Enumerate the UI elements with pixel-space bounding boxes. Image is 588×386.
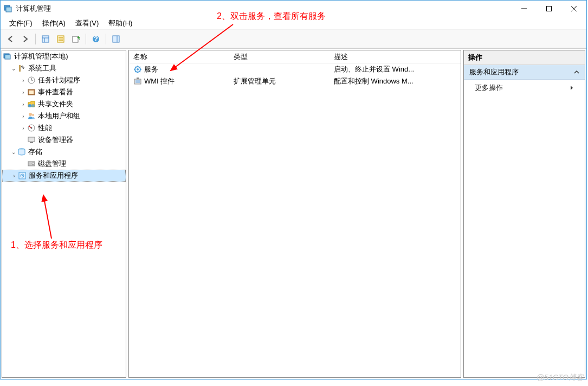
list-body[interactable]: 服务 启动、终止并设置 Wind... WMI 控件 扩展管理单元 配置和控制 … <box>129 63 461 377</box>
tree-system-tools[interactable]: ⌄ 系统工具 <box>2 62 126 74</box>
tree-task-scheduler[interactable]: › 任务计划程序 <box>2 74 126 86</box>
maximize-button[interactable] <box>537 1 561 17</box>
svg-rect-20 <box>19 65 21 72</box>
svg-rect-1 <box>6 7 11 12</box>
actions-more[interactable]: 更多操作 <box>464 80 585 96</box>
svg-point-27 <box>31 104 35 107</box>
back-button[interactable] <box>4 33 17 46</box>
tree-label: 任务计划程序 <box>38 75 80 85</box>
toolbar-separator <box>35 34 36 44</box>
chevron-right-icon <box>570 84 574 92</box>
collapse-icon[interactable]: ⌄ <box>10 66 17 72</box>
tree-label: 设备管理器 <box>38 135 73 145</box>
device-icon <box>27 136 36 144</box>
titlebar: 计算机管理 <box>1 1 586 17</box>
svg-point-39 <box>22 175 23 176</box>
svg-rect-19 <box>5 55 10 59</box>
event-log-icon <box>27 88 36 97</box>
performance-icon <box>27 124 36 132</box>
window-controls <box>512 1 586 17</box>
users-icon <box>27 112 36 120</box>
storage-icon <box>17 147 26 156</box>
tree-root[interactable]: 计算机管理(本地) <box>2 50 126 62</box>
shared-folder-icon <box>27 100 36 108</box>
properties-button[interactable] <box>54 33 67 46</box>
wmi-icon <box>133 77 142 86</box>
expand-icon[interactable]: › <box>20 78 27 83</box>
clock-icon <box>27 76 36 85</box>
expand-icon[interactable]: › <box>20 89 27 95</box>
collapse-up-icon <box>574 68 579 76</box>
svg-rect-6 <box>42 36 49 42</box>
minimize-button[interactable] <box>512 1 537 17</box>
tree-disk-management[interactable]: 磁盘管理 <box>2 158 126 170</box>
svg-point-41 <box>137 68 139 70</box>
app-icon <box>4 4 12 13</box>
menubar: 文件(F) 操作(A) 查看(V) 帮助(H) <box>1 17 586 30</box>
cell-type: 扩展管理单元 <box>234 76 276 86</box>
expand-icon[interactable]: › <box>20 125 27 131</box>
export-list-button[interactable] <box>69 33 82 46</box>
menu-help[interactable]: 帮助(H) <box>104 17 137 29</box>
actions-panel: 操作 服务和应用程序 更多操作 <box>463 50 585 378</box>
expand-icon[interactable]: › <box>10 173 18 179</box>
tree-label: 共享文件夹 <box>38 99 73 109</box>
actions-header: 操作 <box>464 50 585 65</box>
list-row-wmi[interactable]: WMI 控件 扩展管理单元 配置和控制 Windows M... <box>129 75 461 87</box>
tree-label: 系统工具 <box>28 63 56 73</box>
column-description[interactable]: 描述 <box>329 50 443 63</box>
toolbar-separator <box>106 34 106 44</box>
gear-icon <box>133 65 142 74</box>
actions-group-label: 服务和应用程序 <box>469 67 519 77</box>
tree-storage[interactable]: ⌄ 存储 <box>2 146 126 158</box>
help-button[interactable]: ? <box>89 33 102 46</box>
tree-label: 事件查看器 <box>38 87 73 97</box>
show-hide-tree-button[interactable] <box>39 33 52 46</box>
menu-file[interactable]: 文件(F) <box>5 17 37 29</box>
collapse-icon[interactable]: ⌄ <box>10 149 17 155</box>
tree-label: 性能 <box>38 123 52 133</box>
svg-rect-16 <box>113 36 119 42</box>
cell-desc: 启动、终止并设置 Wind... <box>334 65 414 74</box>
tree-label: 计算机管理(本地) <box>14 52 68 61</box>
cell-desc: 配置和控制 Windows M... <box>334 76 413 86</box>
tree-label: 磁盘管理 <box>38 159 66 169</box>
actions-group-header[interactable]: 服务和应用程序 <box>464 65 585 80</box>
tree-device-manager[interactable]: 设备管理器 <box>2 134 126 146</box>
actions-item-label: 更多操作 <box>475 83 503 93</box>
toolbar-separator <box>86 34 86 44</box>
svg-rect-33 <box>30 142 33 143</box>
svg-rect-32 <box>28 137 35 141</box>
column-name[interactable]: 名称 <box>129 50 229 63</box>
svg-rect-43 <box>135 80 140 83</box>
show-actions-pane-button[interactable] <box>109 33 122 46</box>
tree-panel[interactable]: 计算机管理(本地) ⌄ 系统工具 › 任务计划程序 › 事件查看器 › 共享文件… <box>2 50 126 378</box>
expand-icon[interactable]: › <box>20 113 27 119</box>
menu-view[interactable]: 查看(V) <box>71 17 103 29</box>
tree-performance[interactable]: › 性能 <box>2 122 126 134</box>
close-button[interactable] <box>561 1 586 17</box>
svg-point-28 <box>29 113 32 116</box>
svg-point-29 <box>32 114 34 116</box>
svg-point-31 <box>31 127 33 129</box>
tree-label: 存储 <box>28 147 42 157</box>
forward-button[interactable] <box>19 33 32 46</box>
list-row-services[interactable]: 服务 启动、终止并设置 Wind... <box>129 63 461 75</box>
list-header: 名称 类型 描述 <box>129 50 461 63</box>
tree-shared-folders[interactable]: › 共享文件夹 <box>2 98 126 110</box>
svg-rect-25 <box>29 91 34 94</box>
menu-action[interactable]: 操作(A) <box>38 17 70 29</box>
list-panel: 名称 类型 描述 服务 启动、终止并设置 Wind... WMI 控件 <box>128 50 461 378</box>
tree-label: 服务和应用程序 <box>29 171 78 181</box>
svg-point-36 <box>32 163 34 165</box>
computer-icon <box>3 52 12 61</box>
expand-icon[interactable]: › <box>20 101 27 107</box>
tree-event-viewer[interactable]: › 事件查看器 <box>2 86 126 98</box>
column-type[interactable]: 类型 <box>229 50 329 63</box>
tree-local-users[interactable]: › 本地用户和组 <box>2 110 126 122</box>
svg-text:?: ? <box>94 35 98 43</box>
svg-rect-3 <box>547 7 552 11</box>
computer-management-window: 计算机管理 文件(F) 操作(A) 查看(V) 帮助(H) ? 计算机管理(本地… <box>0 0 587 379</box>
toolbar: ? <box>1 30 586 48</box>
tree-services-apps[interactable]: › 服务和应用程序 <box>2 170 126 182</box>
